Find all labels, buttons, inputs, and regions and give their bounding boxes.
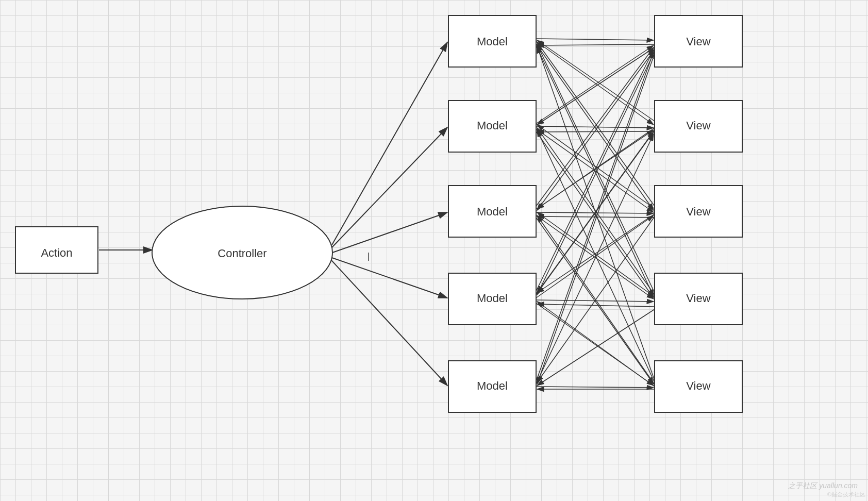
view4-label: View [686, 292, 710, 305]
watermark2-text: ©掘金技术社区 [827, 491, 865, 498]
ctrl-to-model3 [332, 212, 447, 253]
model1-label: Model [477, 35, 508, 48]
v2-to-m2 [537, 131, 655, 132]
model5-label: Model [477, 379, 508, 392]
m5-to-v5 [536, 387, 654, 388]
watermark-text: 之乎社区 yuallun.com [788, 481, 858, 491]
m4-to-v1 [536, 49, 654, 291]
m1-to-v1 [536, 39, 654, 40]
v4-to-m2 [537, 128, 655, 295]
v2-to-m1 [537, 40, 655, 121]
model4-label: Model [477, 292, 508, 305]
view3-label: View [686, 205, 710, 218]
v3-to-m3 [537, 216, 655, 218]
model3-label: Model [477, 205, 508, 218]
ctrl-to-model2 [332, 127, 447, 247]
model2-label: Model [477, 119, 508, 132]
svg-text:|: | [366, 251, 371, 261]
ctrl-to-model5 [331, 260, 447, 386]
view5-label: View [686, 379, 710, 392]
controller-label: Controller [218, 247, 266, 260]
view1-label: View [686, 35, 710, 48]
ctrl-to-model1 [332, 42, 447, 245]
v1-to-m5 [537, 54, 655, 384]
view2-label: View [686, 119, 710, 132]
v1-to-m1 [537, 44, 655, 45]
ctrl-to-model4 [332, 258, 447, 298]
v4-to-m4 [537, 304, 655, 307]
action-label: Action [41, 246, 72, 259]
